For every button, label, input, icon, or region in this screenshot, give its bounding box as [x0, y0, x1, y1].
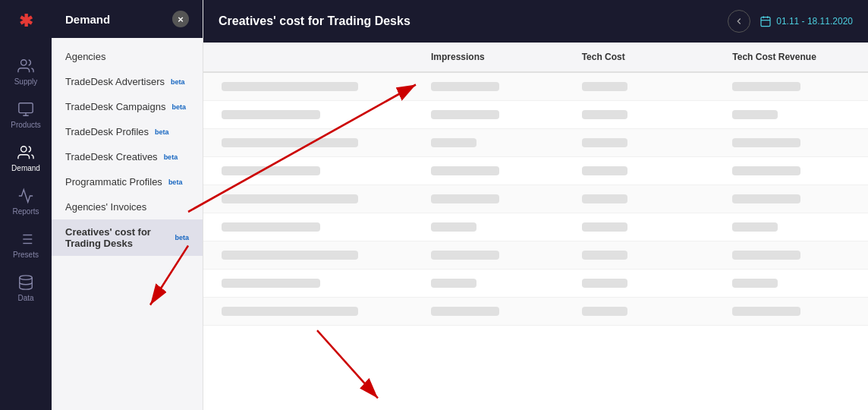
sidebar-item-reports[interactable]: Reports	[0, 180, 52, 223]
beta-badge: beta	[155, 128, 169, 136]
date-range[interactable]: 01.11 - 18.11.2020	[760, 15, 853, 27]
cell-name	[203, 221, 416, 233]
menu-item-tradedesk-creatives[interactable]: TradeDesk Creatives beta	[52, 144, 203, 169]
svg-rect-10	[761, 17, 770, 27]
cell-name	[203, 137, 416, 149]
menu-item-tradedesk-campaigns[interactable]: TradeDesk Campaigns beta	[52, 94, 203, 119]
top-bar-right: 01.11 - 18.11.2020	[728, 10, 853, 33]
demand-title: Demand	[65, 13, 110, 26]
top-bar: Creatives' cost for Trading Desks 01.11 …	[203, 0, 868, 43]
col-tech-cost-revenue: Tech Cost Revenue	[717, 52, 868, 62]
beta-badge: beta	[175, 234, 189, 241]
table-row	[203, 101, 868, 129]
menu-item-creatives-cost[interactable]: Creatives' cost for Trading Desks beta	[52, 219, 203, 256]
beta-badge: beta	[164, 153, 178, 161]
table-header: Impressions Tech Cost Tech Cost Revenue	[203, 43, 868, 73]
svg-point-9	[20, 276, 33, 280]
sidebar-item-presets[interactable]: Presets	[0, 223, 52, 266]
svg-point-0	[21, 60, 27, 65]
cell-tech-cost	[567, 137, 718, 149]
cell-tech-cost	[567, 221, 718, 233]
cell-tech-cost-revenue	[717, 221, 868, 233]
cell-tech-cost	[567, 109, 718, 121]
table-row	[203, 270, 868, 298]
sidebar-item-demand[interactable]: Demand	[0, 137, 52, 180]
cell-tech-cost	[567, 193, 718, 205]
cell-impressions	[416, 80, 567, 93]
table-area: Impressions Tech Cost Tech Cost Revenue	[203, 43, 868, 410]
cell-tech-cost-revenue	[717, 109, 868, 121]
beta-badge: beta	[171, 78, 185, 86]
cell-tech-cost-revenue	[717, 249, 868, 261]
sidebar-icons: ✱ Supply Products Demand Reports Presets…	[0, 0, 52, 410]
cell-name	[203, 277, 416, 289]
cell-name	[203, 80, 416, 93]
cell-impressions	[416, 137, 567, 149]
cell-name	[203, 305, 416, 317]
cell-tech-cost-revenue	[717, 80, 868, 93]
cell-tech-cost	[567, 305, 718, 317]
svg-rect-1	[19, 103, 33, 113]
sidebar-item-data[interactable]: Data	[0, 266, 52, 310]
cell-tech-cost-revenue	[717, 305, 868, 317]
main-wrapper: Demand × Agencies TradeDesk Advertisers …	[52, 0, 868, 410]
main-content: Creatives' cost for Trading Desks 01.11 …	[203, 0, 868, 410]
cell-impressions	[416, 305, 567, 317]
demand-menu-list: Agencies TradeDesk Advertisers beta Trad…	[52, 38, 203, 262]
cell-impressions	[416, 249, 567, 261]
back-button[interactable]	[728, 10, 750, 33]
cell-impressions	[416, 165, 567, 177]
cell-tech-cost-revenue	[717, 165, 868, 177]
table-row	[203, 213, 868, 241]
cell-tech-cost	[567, 249, 718, 261]
menu-item-tradedesk-profiles[interactable]: TradeDesk Profiles beta	[52, 119, 203, 144]
app-logo: ✱	[12, 8, 39, 35]
beta-badge: beta	[168, 178, 183, 186]
menu-item-agencies-invoices[interactable]: Agencies' Invoices	[52, 194, 203, 219]
cell-tech-cost-revenue	[717, 277, 868, 289]
cell-tech-cost	[567, 80, 718, 93]
date-range-label: 01.11 - 18.11.2020	[776, 16, 853, 27]
cell-tech-cost	[567, 165, 718, 177]
cell-name	[203, 193, 416, 205]
demand-header: Demand ×	[52, 0, 203, 38]
cell-impressions	[416, 193, 567, 205]
cell-impressions	[416, 221, 567, 233]
col-tech-cost: Tech Cost	[567, 52, 718, 62]
table-row	[203, 157, 868, 185]
menu-item-agencies[interactable]: Agencies	[52, 44, 203, 69]
sidebar-item-products[interactable]: Products	[0, 93, 52, 137]
cell-tech-cost-revenue	[717, 193, 868, 205]
cell-impressions	[416, 277, 567, 289]
menu-item-programmatic-profiles[interactable]: Programmatic Profiles beta	[52, 169, 203, 194]
col-name	[203, 52, 416, 62]
sidebar-item-supply[interactable]: Supply	[0, 50, 52, 93]
table-row	[203, 241, 868, 270]
svg-point-2	[21, 147, 27, 152]
cell-tech-cost-revenue	[717, 137, 868, 149]
cell-name	[203, 109, 416, 121]
beta-badge: beta	[171, 103, 186, 111]
table-row	[203, 298, 868, 326]
col-impressions: Impressions	[416, 52, 567, 62]
cell-impressions	[416, 109, 567, 121]
close-button[interactable]: ×	[172, 11, 189, 27]
table-row	[203, 185, 868, 213]
menu-item-tradedesk-advertisers[interactable]: TradeDesk Advertisers beta	[52, 69, 203, 94]
cell-name	[203, 249, 416, 261]
cell-tech-cost	[567, 277, 718, 289]
page-title: Creatives' cost for Trading Desks	[219, 14, 410, 28]
table-row	[203, 73, 868, 101]
demand-panel: Demand × Agencies TradeDesk Advertisers …	[52, 0, 203, 410]
cell-name	[203, 165, 416, 177]
table-row	[203, 129, 868, 157]
